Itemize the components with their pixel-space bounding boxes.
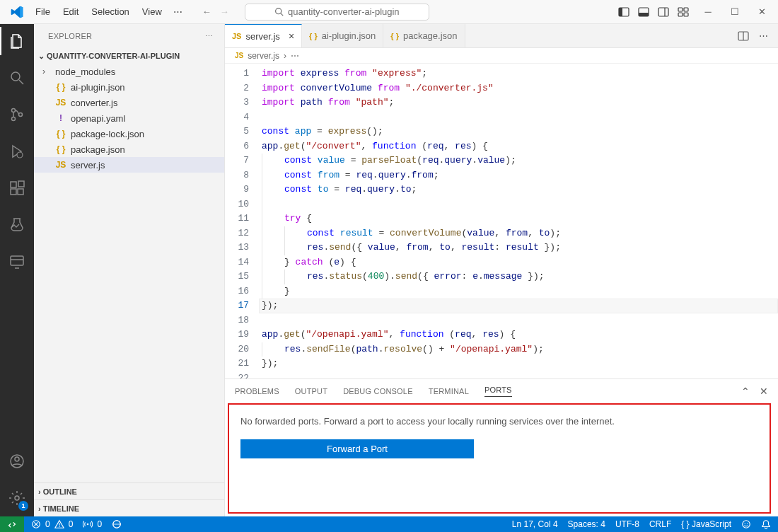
panel-maximize-icon[interactable]: ⌃ <box>741 386 750 397</box>
status-eol[interactable]: CRLF <box>649 519 671 529</box>
file-package-json[interactable]: { }package.json <box>34 141 224 157</box>
menu-bar: FileEditSelectionView <box>30 4 168 20</box>
svg-point-0 <box>276 8 281 14</box>
yaml-icon: ! <box>55 113 66 123</box>
remote-indicator[interactable] <box>0 516 24 532</box>
window-close[interactable]: ✕ <box>750 6 774 17</box>
svg-point-16 <box>19 113 23 117</box>
activity-testing[interactable] <box>0 214 34 236</box>
layout-customize-icon[interactable] <box>678 6 689 18</box>
panel-tab-output[interactable]: OUTPUT <box>295 387 327 395</box>
svg-rect-8 <box>678 8 683 11</box>
nav-back[interactable]: ← <box>202 6 211 17</box>
panel-tabs: PROBLEMSOUTPUTDEBUG CONSOLETERMINALPORTS… <box>225 379 778 403</box>
svg-line-13 <box>19 80 23 84</box>
svg-rect-20 <box>18 189 23 195</box>
svg-point-39 <box>745 523 745 524</box>
status-line-col[interactable]: Ln 17, Col 4 <box>512 519 558 529</box>
title-bar: FileEditSelectionView ⋯ ← → quantity-con… <box>0 0 778 24</box>
layout-sidebar-left-icon[interactable] <box>618 6 629 18</box>
explorer-root[interactable]: ⌄ QUANTITY-CONVERTER-AI-PLUGIN <box>34 48 224 64</box>
command-center[interactable]: quantity-converter-ai-plugin <box>245 4 429 21</box>
svg-point-15 <box>12 117 16 121</box>
panel-close-icon[interactable]: ✕ <box>760 386 768 397</box>
json-icon: { } <box>309 32 318 40</box>
activity-run-debug[interactable] <box>0 140 34 163</box>
json-icon: { } <box>55 82 66 92</box>
chevron-right-icon: › <box>38 504 41 513</box>
panel-tab-debug-console[interactable]: DEBUG CONSOLE <box>343 387 413 395</box>
status-ports[interactable]: 0 <box>83 519 102 529</box>
activity-search[interactable] <box>0 66 34 89</box>
nav-forward[interactable]: → <box>220 6 229 17</box>
activity-account[interactable] <box>0 450 34 473</box>
file-server-js[interactable]: JSserver.js <box>34 157 224 173</box>
json-icon: { } <box>55 129 66 139</box>
panel-tab-ports[interactable]: PORTS <box>484 386 512 397</box>
window-minimize[interactable]: ─ <box>696 6 720 17</box>
tab-ai-plugin-json[interactable]: { }ai-plugin.json <box>302 24 383 47</box>
menu-view[interactable]: View <box>137 4 168 20</box>
svg-point-28 <box>15 496 19 500</box>
tab-package-json[interactable]: { }package.json <box>383 24 465 47</box>
outline-section[interactable]: › OUTLINE <box>34 482 224 499</box>
status-bar: 0 0 0 Ln 17, Col 4 Spaces: 4 UTF-8 CRLF … <box>0 516 778 532</box>
panel-tab-terminal[interactable]: TERMINAL <box>429 387 469 395</box>
bottom-panel: PROBLEMSOUTPUTDEBUG CONSOLETERMINALPORTS… <box>225 378 778 516</box>
file-package-lock-json[interactable]: { }package-lock.json <box>34 126 224 141</box>
file-ai-plugin-json[interactable]: { }ai-plugin.json <box>34 79 224 95</box>
tab-server-js[interactable]: JSserver.js× <box>225 24 302 47</box>
status-spaces[interactable]: Spaces: 4 <box>568 519 605 529</box>
settings-badge: 1 <box>18 501 28 511</box>
activity-explorer[interactable] <box>0 30 34 52</box>
js-icon: JS <box>232 32 241 40</box>
panel-tab-problems[interactable]: PROBLEMS <box>235 387 279 395</box>
svg-rect-3 <box>619 8 622 16</box>
status-notifications-icon[interactable] <box>761 519 771 529</box>
svg-point-35 <box>59 526 59 527</box>
status-live[interactable] <box>112 519 122 529</box>
layout-sidebar-right-icon[interactable] <box>658 6 669 18</box>
activity-bar: 1 <box>0 24 34 516</box>
activity-remote-explorer[interactable] <box>0 250 34 273</box>
svg-rect-10 <box>678 13 683 16</box>
explorer-sidebar: EXPLORER ⋯ ⌄ QUANTITY-CONVERTER-AI-PLUGI… <box>34 24 225 516</box>
layout-panel-icon[interactable] <box>638 6 649 18</box>
split-editor-icon[interactable] <box>738 30 749 42</box>
svg-rect-19 <box>11 189 16 195</box>
menu-more[interactable]: ⋯ <box>168 4 188 20</box>
activity-settings[interactable]: 1 <box>0 487 34 509</box>
close-icon[interactable]: × <box>289 30 294 42</box>
svg-point-38 <box>743 521 750 528</box>
breadcrumb[interactable]: JS server.js › ⋯ <box>225 48 778 64</box>
activity-source-control[interactable] <box>0 103 34 126</box>
vscode-logo <box>10 5 24 19</box>
menu-selection[interactable]: Selection <box>86 4 134 20</box>
editor-more-icon[interactable]: ⋯ <box>759 30 768 41</box>
svg-rect-5 <box>639 13 649 16</box>
js-icon: JS <box>235 52 243 59</box>
timeline-section[interactable]: › TIMELINE <box>34 499 224 516</box>
file-converter-js[interactable]: JSconverter.js <box>34 95 224 110</box>
svg-rect-6 <box>658 8 668 16</box>
chevron-right-icon: › <box>38 487 41 496</box>
file-node_modules[interactable]: ›node_modules <box>34 64 224 79</box>
menu-file[interactable]: File <box>30 4 56 20</box>
activity-extensions[interactable] <box>0 177 34 200</box>
menu-edit[interactable]: Edit <box>57 4 84 20</box>
code-editor[interactable]: import express from "express";import con… <box>259 64 778 378</box>
file-openapi-yaml[interactable]: !openapi.yaml <box>34 110 224 126</box>
status-language[interactable]: { } JavaScript <box>681 519 731 529</box>
file-tree: ›node_modules{ }ai-plugin.jsonJSconverte… <box>34 64 224 482</box>
svg-line-1 <box>281 13 283 16</box>
forward-port-button[interactable]: Forward a Port <box>240 439 474 458</box>
status-encoding[interactable]: UTF-8 <box>615 519 639 529</box>
explorer-more-icon[interactable]: ⋯ <box>205 32 213 41</box>
status-problems[interactable]: 0 0 <box>31 519 73 529</box>
json-icon: { } <box>55 144 66 154</box>
svg-point-36 <box>87 524 89 526</box>
chevron-right-icon: › <box>284 51 286 61</box>
window-maximize[interactable]: ☐ <box>723 6 747 17</box>
svg-point-40 <box>747 523 748 524</box>
status-feedback-icon[interactable] <box>741 519 751 529</box>
